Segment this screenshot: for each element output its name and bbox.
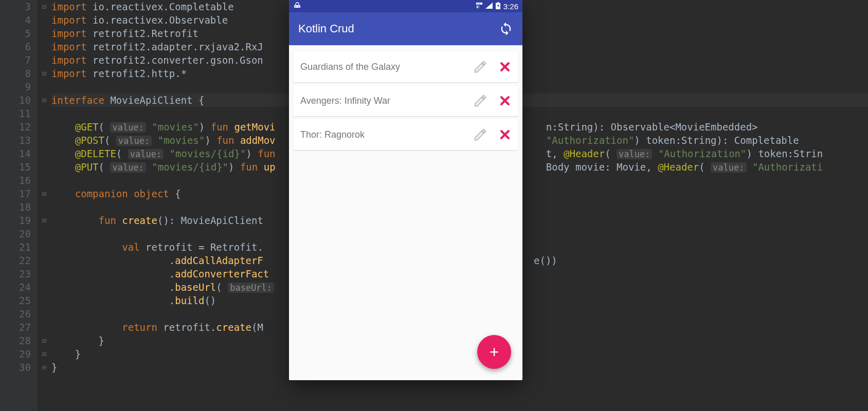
fold-marker — [37, 294, 51, 307]
debug-icon — [293, 2, 301, 11]
fold-marker — [37, 200, 51, 214]
line-number: 29 — [0, 347, 31, 361]
fold-column[interactable]: ⊟⊟⊟⊟⊟⊟⊟⊟ — [37, 0, 51, 411]
plus-icon: + — [490, 343, 499, 362]
fold-marker[interactable]: ⊟ — [37, 214, 51, 227]
line-number: 10 — [0, 94, 31, 107]
movie-card[interactable]: Avengers: Infinity War — [293, 85, 518, 116]
fold-marker — [37, 134, 51, 147]
line-number: 25 — [0, 294, 31, 307]
line-number-gutter: 3456789101112131415161718192021222324252… — [0, 0, 37, 411]
line-number: 21 — [0, 240, 31, 254]
fold-marker[interactable]: ⊟ — [37, 361, 51, 374]
line-number: 22 — [0, 254, 31, 267]
fold-marker — [37, 174, 51, 187]
delete-icon[interactable] — [499, 95, 511, 107]
fold-marker[interactable]: ⊟ — [37, 187, 51, 200]
edit-icon[interactable] — [473, 60, 487, 74]
line-number: 3 — [0, 0, 31, 13]
line-number: 5 — [0, 27, 31, 40]
svg-rect-0 — [294, 5, 300, 8]
line-number: 27 — [0, 321, 31, 334]
fold-marker — [37, 80, 51, 94]
fold-marker[interactable]: ⊟ — [37, 334, 51, 347]
line-number: 23 — [0, 267, 31, 281]
android-status-bar: LTE 3:26 — [289, 0, 522, 12]
signal-icon — [485, 2, 493, 10]
svg-text:LTE: LTE — [477, 3, 481, 5]
line-number: 4 — [0, 13, 31, 27]
fold-marker — [37, 147, 51, 160]
line-number: 19 — [0, 214, 31, 227]
android-device-frame: LTE 3:26 Kotlin Crud Guardians of the Ga… — [289, 0, 522, 380]
line-number: 7 — [0, 53, 31, 67]
app-title: Kotlin Crud — [298, 22, 354, 35]
fold-marker — [37, 254, 51, 267]
line-number: 20 — [0, 227, 31, 240]
svg-point-2 — [298, 6, 299, 7]
svg-rect-6 — [478, 5, 479, 8]
fold-marker — [37, 240, 51, 254]
fold-marker — [37, 53, 51, 67]
delete-icon[interactable] — [499, 128, 511, 141]
battery-charging-icon — [496, 2, 500, 11]
line-number: 12 — [0, 120, 31, 134]
delete-icon[interactable] — [499, 61, 511, 73]
movie-title: Avengers: Infinity War — [300, 96, 473, 106]
fold-marker — [37, 107, 51, 120]
line-number: 24 — [0, 281, 31, 294]
fold-marker — [37, 267, 51, 281]
app-bar: Kotlin Crud — [289, 12, 522, 45]
fold-marker — [37, 227, 51, 240]
line-number: 28 — [0, 334, 31, 347]
fold-marker[interactable]: ⊟ — [37, 347, 51, 361]
line-number: 18 — [0, 200, 31, 214]
line-number: 9 — [0, 80, 31, 94]
fold-marker — [37, 160, 51, 174]
movie-list[interactable]: Guardians of the GalaxyAvengers: Infinit… — [289, 45, 522, 156]
line-number: 15 — [0, 160, 31, 174]
fold-marker[interactable]: ⊟ — [37, 0, 51, 13]
line-number: 6 — [0, 40, 31, 53]
line-number: 14 — [0, 147, 31, 160]
fold-marker[interactable]: ⊟ — [37, 94, 51, 107]
movie-card[interactable]: Thor: Ragnorok — [293, 119, 518, 150]
edit-icon[interactable] — [473, 94, 487, 108]
fold-marker[interactable]: ⊟ — [37, 67, 51, 80]
line-number: 11 — [0, 107, 31, 120]
line-number: 17 — [0, 187, 31, 200]
fold-marker — [37, 13, 51, 27]
refresh-button[interactable] — [499, 22, 513, 36]
movie-card[interactable]: Guardians of the Galaxy — [293, 51, 518, 82]
fold-marker — [37, 27, 51, 40]
status-time: 3:26 — [503, 2, 518, 11]
add-movie-fab[interactable]: + — [477, 335, 511, 369]
fold-marker — [37, 40, 51, 53]
fold-marker — [37, 321, 51, 334]
fold-marker — [37, 307, 51, 321]
svg-point-1 — [295, 6, 296, 7]
network-icon: LTE — [476, 2, 482, 10]
line-number: 13 — [0, 134, 31, 147]
line-number: 30 — [0, 361, 31, 374]
svg-rect-5 — [477, 6, 478, 8]
edit-icon[interactable] — [473, 127, 487, 142]
line-number: 8 — [0, 67, 31, 80]
line-number: 16 — [0, 174, 31, 187]
svg-rect-8 — [497, 2, 499, 3]
fold-marker — [37, 281, 51, 294]
movie-title: Thor: Ragnorok — [300, 129, 473, 140]
line-number: 26 — [0, 307, 31, 321]
fold-marker — [37, 120, 51, 134]
movie-title: Guardians of the Galaxy — [300, 62, 473, 72]
